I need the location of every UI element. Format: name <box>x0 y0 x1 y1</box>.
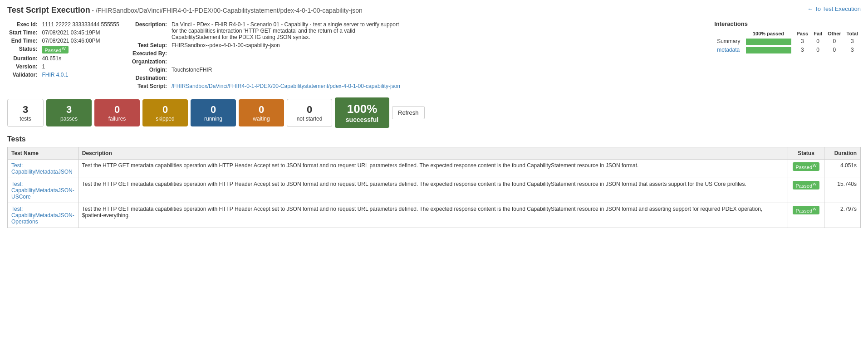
interactions-row: metadata 3 0 0 3 <box>714 46 861 54</box>
waiting-num: 0 <box>246 104 277 116</box>
tests-section: Tests Test Name Description Status Durat… <box>7 135 861 228</box>
waiting-label: waiting <box>246 116 277 122</box>
start-time-label: Start Time: <box>7 29 40 37</box>
passes-num: 3 <box>54 104 84 116</box>
col-duration: Duration <box>824 147 861 160</box>
meta-center: Description: Da Vinci - PDex - FHIR R4-0… <box>130 20 706 90</box>
version-value: 1 <box>40 63 121 71</box>
tests-num: 3 <box>15 104 36 116</box>
test-script-label: Test Script: <box>130 82 170 90</box>
organization-label: Organization: <box>130 58 170 66</box>
interactions-other: 0 <box>825 37 843 46</box>
interactions-fail: 0 <box>811 37 825 46</box>
notstarted-label: not started <box>294 116 324 122</box>
interactions-row: Summary 3 0 0 3 <box>714 37 861 46</box>
destination-value <box>170 74 402 82</box>
test-duration: 15.740s <box>824 178 861 203</box>
duration-label: Duration: <box>7 54 40 63</box>
table-row: Test: CapabilityMetadataJSON Test the HT… <box>8 160 861 178</box>
interactions-col-pct: 100% passed <box>743 30 794 37</box>
test-name-link[interactable]: Test: CapabilityMetadataJSON <box>11 162 73 175</box>
test-setup-label: Test Setup: <box>130 41 170 49</box>
status-badge: Passed <box>42 46 68 53</box>
col-status: Status <box>788 147 824 160</box>
col-description: Description <box>78 147 788 160</box>
interactions-title: Interactions <box>714 20 861 27</box>
failures-stat: 0 failures <box>94 99 140 126</box>
interactions-row-name: Summary <box>717 38 740 44</box>
interactions-progress-bar <box>746 39 791 45</box>
organization-value <box>170 58 402 66</box>
end-time-value: 07/08/2021 03:46:00PM <box>40 37 121 45</box>
test-duration: 4.051s <box>824 160 861 178</box>
status-label: Status: <box>7 45 40 54</box>
executed-by-value <box>170 49 402 58</box>
tests-section-title: Tests <box>7 135 861 143</box>
test-status-badge: Passed <box>793 162 819 171</box>
skipped-num: 0 <box>150 104 181 116</box>
interactions-col-name <box>714 30 743 37</box>
test-name-link[interactable]: Test: CapabilityMetadataJSON-Operations <box>11 206 74 225</box>
interactions-progress-bar <box>746 47 791 53</box>
end-time-label: End Time: <box>7 37 40 45</box>
test-name-link[interactable]: Test: CapabilityMetadataJSON-USCore <box>11 181 74 200</box>
success-pct: 100% <box>344 102 380 116</box>
running-stat: 0 running <box>191 99 236 126</box>
tests-table-header: Test Name Description Status Duration <box>8 147 861 160</box>
success-box: 100% successful <box>335 97 389 128</box>
test-script-link[interactable]: /FHIRSandbox/DaVinci/FHIR4-0-1-PDEX/00-C… <box>172 83 400 89</box>
passes-label: passes <box>54 116 84 122</box>
interactions-row-name-link[interactable]: metadata <box>717 47 740 53</box>
meta-left: Exec Id: 1111 22222 333333444 555555 Sta… <box>7 20 121 90</box>
meta-section: Exec Id: 1111 22222 333333444 555555 Sta… <box>7 20 861 90</box>
stats-row: 3 tests 3 passes 0 failures 0 skipped 0 … <box>7 97 861 128</box>
running-num: 0 <box>198 104 229 116</box>
failures-label: failures <box>102 116 132 122</box>
executed-by-label: Executed By: <box>130 49 170 58</box>
interactions-panel: Interactions 100% passed Pass Fail Other… <box>714 20 861 90</box>
destination-label: Destination: <box>130 74 170 82</box>
exec-id-label: Exec Id: <box>7 20 40 29</box>
desc-value: Da Vinci - PDex - FHIR R4-0-1 - Scenario… <box>170 20 402 41</box>
table-row: Test: CapabilityMetadataJSON-USCore Test… <box>8 178 861 203</box>
interactions-table: 100% passed Pass Fail Other Total Summar… <box>714 30 861 54</box>
refresh-button[interactable]: Refresh <box>392 106 425 119</box>
test-status-badge: Passed <box>793 181 819 189</box>
interactions-col-other: Other <box>825 30 843 37</box>
validator-link[interactable]: FHIR 4.0.1 <box>42 72 68 78</box>
page-container: Test Script Execution - /FHIRSandbox/DaV… <box>0 0 868 233</box>
validator-label: Validator: <box>7 71 40 79</box>
start-time-value: 07/08/2021 03:45:19PM <box>40 29 121 37</box>
test-setup-value: FHIRSandbox--pdex-4-0-1-00-capability-js… <box>170 41 402 49</box>
interactions-other: 0 <box>825 46 843 54</box>
duration-value: 40.651s <box>40 54 121 63</box>
title-path: - /FHIRSandbox/DaVinci/FHIR4-0-1-PDEX/00… <box>92 7 363 14</box>
origin-label: Origin: <box>130 66 170 74</box>
skipped-label: skipped <box>150 116 181 122</box>
success-label: successful <box>344 116 380 123</box>
tests-label: tests <box>15 116 36 122</box>
failures-num: 0 <box>102 104 132 116</box>
test-status-badge: Passed <box>793 206 819 214</box>
desc-label: Description: <box>130 20 170 41</box>
interactions-col-total: Total <box>844 30 861 37</box>
interactions-pass: 3 <box>794 46 811 54</box>
table-row: Test: CapabilityMetadataJSON-Operations … <box>8 203 861 228</box>
version-label: Version: <box>7 63 40 71</box>
col-test-name: Test Name <box>8 147 78 160</box>
test-description: Test the HTTP GET metadata capabilities … <box>78 160 788 178</box>
interactions-total: 3 <box>844 37 861 46</box>
test-description: Test the HTTP GET metadata capabilities … <box>78 203 788 228</box>
interactions-total: 3 <box>844 46 861 54</box>
header: Test Script Execution - /FHIRSandbox/DaV… <box>7 5 861 15</box>
title-text: Test Script Execution <box>7 5 90 15</box>
skipped-stat: 0 skipped <box>142 99 188 126</box>
interactions-col-fail: Fail <box>811 30 825 37</box>
interactions-col-pass: Pass <box>794 30 811 37</box>
origin-value: TouchstoneFHIR <box>170 66 402 74</box>
notstarted-num: 0 <box>294 104 324 116</box>
running-label: running <box>198 116 229 122</box>
back-to-test-execution-link[interactable]: ← To Test Execution <box>807 5 861 12</box>
interactions-pass: 3 <box>794 37 811 46</box>
test-description: Test the HTTP GET metadata capabilities … <box>78 178 788 203</box>
